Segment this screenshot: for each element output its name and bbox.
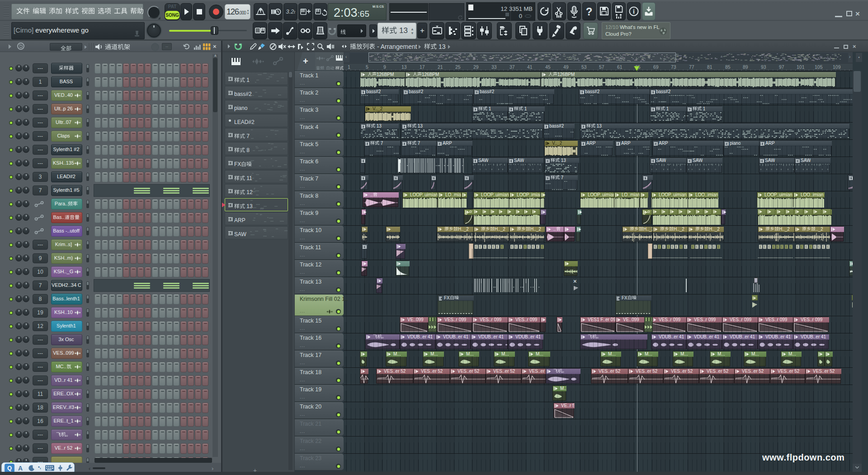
svg-text:i: i [633, 8, 635, 15]
